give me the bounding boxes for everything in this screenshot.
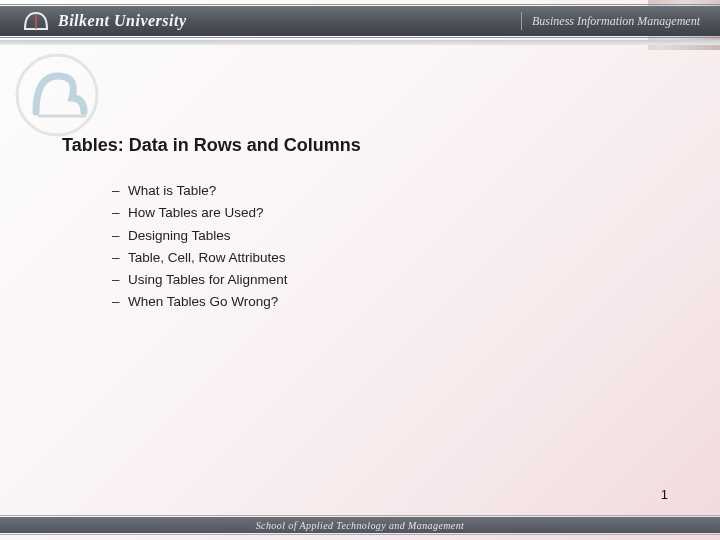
list-item-label: Using Tables for Alignment bbox=[128, 269, 288, 291]
top-rule-2 bbox=[0, 37, 720, 38]
list-item: –What is Table? bbox=[112, 180, 288, 202]
page-number: 1 bbox=[661, 487, 668, 502]
list-item-label: When Tables Go Wrong? bbox=[128, 291, 278, 313]
header-right: Business Information Management bbox=[521, 12, 720, 30]
footer-bar: School of Applied Technology and Managem… bbox=[0, 517, 720, 533]
list-item-label: What is Table? bbox=[128, 180, 216, 202]
list-item: –Designing Tables bbox=[112, 225, 288, 247]
list-item-label: Designing Tables bbox=[128, 225, 231, 247]
header-left: Bilkent University bbox=[0, 9, 187, 33]
list-item: –When Tables Go Wrong? bbox=[112, 291, 288, 313]
header-separator bbox=[521, 12, 522, 30]
list-item-label: Table, Cell, Row Attributes bbox=[128, 247, 286, 269]
slide: Bilkent University Business Information … bbox=[0, 0, 720, 540]
top-rule-1 bbox=[0, 4, 720, 5]
dash-icon: – bbox=[112, 269, 128, 291]
dash-icon: – bbox=[112, 291, 128, 313]
footer-rule-1 bbox=[0, 515, 720, 516]
list-item-label: How Tables are Used? bbox=[128, 202, 264, 224]
dash-icon: – bbox=[112, 180, 128, 202]
header-bar: Bilkent University Business Information … bbox=[0, 6, 720, 36]
university-name: Bilkent University bbox=[58, 12, 187, 30]
list-item: –Using Tables for Alignment bbox=[112, 269, 288, 291]
university-logo-icon bbox=[22, 9, 50, 33]
svg-rect-1 bbox=[35, 15, 37, 29]
list-item: –Table, Cell, Row Attributes bbox=[112, 247, 288, 269]
dash-icon: – bbox=[112, 247, 128, 269]
footer-rule-2 bbox=[0, 534, 720, 535]
list-item: –How Tables are Used? bbox=[112, 202, 288, 224]
header-subtitle: Business Information Management bbox=[532, 14, 700, 29]
dash-icon: – bbox=[112, 225, 128, 247]
bullet-list: –What is Table? –How Tables are Used? –D… bbox=[112, 180, 288, 314]
footer-text: School of Applied Technology and Managem… bbox=[256, 520, 465, 531]
slide-title: Tables: Data in Rows and Columns bbox=[62, 135, 361, 156]
top-rule-thick bbox=[0, 40, 720, 45]
dash-icon: – bbox=[112, 202, 128, 224]
